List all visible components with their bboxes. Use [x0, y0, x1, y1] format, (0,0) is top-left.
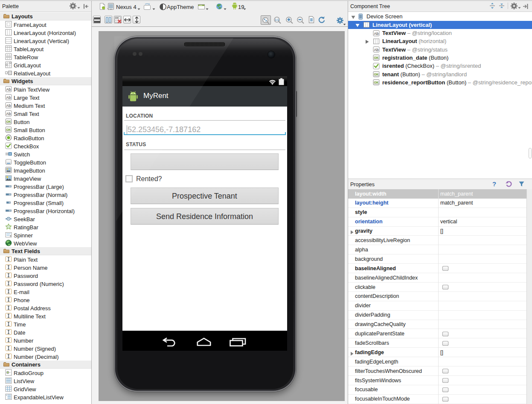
svg-text:Ab: Ab: [374, 31, 378, 35]
svg-text:OK: OK: [6, 128, 11, 132]
svg-text:OK: OK: [374, 72, 379, 76]
svg-text:Ab: Ab: [374, 48, 378, 52]
svg-text:Ab: Ab: [6, 87, 11, 92]
svg-text:OK: OK: [374, 56, 379, 60]
svg-text:Ab: Ab: [6, 95, 11, 100]
svg-text:OK: OK: [374, 81, 379, 84]
svg-text:OK: OK: [6, 120, 11, 124]
svg-text:Ab: Ab: [6, 112, 11, 116]
svg-text:1:1: 1:1: [275, 18, 279, 21]
svg-text:Ab: Ab: [6, 104, 11, 108]
